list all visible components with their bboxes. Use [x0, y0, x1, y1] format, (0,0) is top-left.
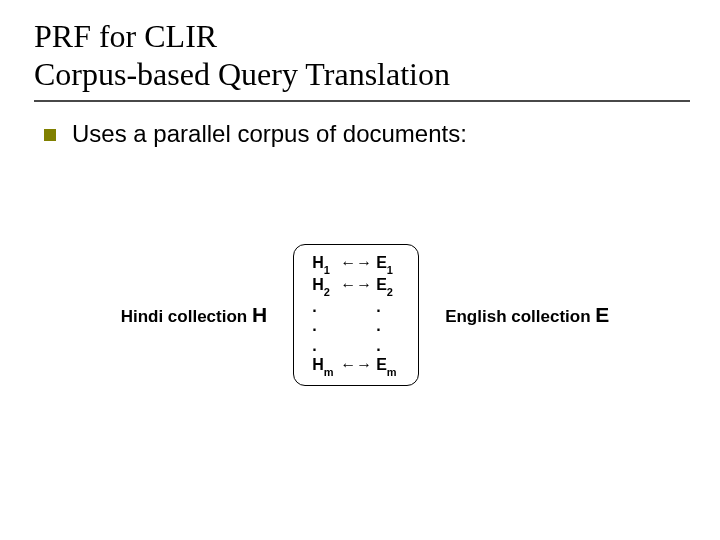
right-label-symbol: E [595, 303, 609, 326]
align-right: Em [376, 355, 400, 377]
align-left: . [312, 336, 336, 355]
align-left: H1 [312, 253, 336, 275]
align-right: . [376, 336, 400, 355]
bullet-text: Uses a parallel corpus of documents: [72, 120, 467, 148]
bidir-arrow-icon: ←→ [340, 253, 372, 272]
alignment-row: . . [312, 316, 400, 335]
align-right: E2 [376, 275, 400, 297]
align-right: E1 [376, 253, 400, 275]
left-label-prefix: Hindi collection [121, 307, 252, 326]
align-right: . [376, 316, 400, 335]
bullet-row: Uses a parallel corpus of documents: [30, 120, 690, 148]
align-left: . [312, 316, 336, 335]
alignment-box: H1 ←→ E1 H2 ←→ E2 . . . . [293, 244, 419, 387]
title-line-1: PRF for CLIR [34, 18, 690, 56]
left-label-symbol: H [252, 303, 267, 326]
alignment-row: . . [312, 297, 400, 316]
alignment-row: H2 ←→ E2 [312, 275, 400, 297]
bidir-arrow-icon: ←→ [340, 355, 372, 374]
right-collection-label: English collection E [445, 303, 609, 327]
left-collection-label: Hindi collection H [121, 303, 267, 327]
title-block: PRF for CLIR Corpus-based Query Translat… [34, 18, 690, 102]
align-right: . [376, 297, 400, 316]
alignment-row: H1 ←→ E1 [312, 253, 400, 275]
align-left: . [312, 297, 336, 316]
right-label-prefix: English collection [445, 307, 595, 326]
body: Uses a parallel corpus of documents: Hin… [30, 120, 690, 387]
align-left: Hm [312, 355, 336, 377]
alignment-row: . . [312, 336, 400, 355]
diagram: Hindi collection H H1 ←→ E1 H2 ←→ E2 . . [30, 244, 690, 387]
alignment-row: Hm ←→ Em [312, 355, 400, 377]
align-left: H2 [312, 275, 336, 297]
square-bullet-icon [44, 129, 56, 141]
slide: PRF for CLIR Corpus-based Query Translat… [0, 0, 720, 540]
title-line-2: Corpus-based Query Translation [34, 56, 690, 94]
bidir-arrow-icon: ←→ [340, 275, 372, 294]
